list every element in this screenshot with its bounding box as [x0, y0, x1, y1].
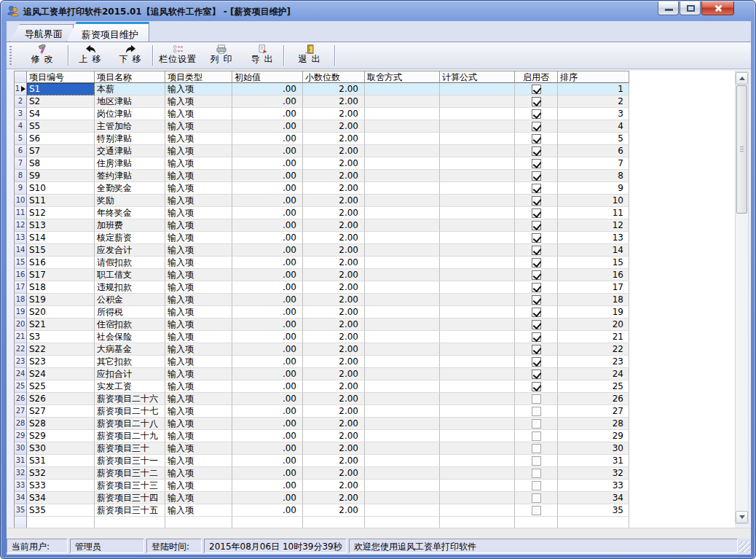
checkbox-unchecked[interactable]: [532, 506, 541, 515]
cell-code[interactable]: S7: [27, 145, 95, 157]
row-number[interactable]: 1: [14, 83, 27, 95]
cell-initial[interactable]: .00: [232, 455, 303, 467]
cell-initial[interactable]: .00: [232, 182, 303, 195]
cell-initial[interactable]: .00: [232, 232, 303, 244]
column-settings-button[interactable]: 栏位设置: [157, 44, 199, 68]
cell-code[interactable]: S9: [27, 170, 95, 182]
checkbox-unchecked[interactable]: [532, 431, 541, 441]
cell-decimals[interactable]: 2.00: [303, 356, 365, 368]
cell-rounding[interactable]: [365, 269, 440, 281]
enabled-cell[interactable]: [515, 133, 558, 145]
tab-navigation[interactable]: 导航界面: [9, 24, 74, 42]
checkbox-checked[interactable]: [532, 184, 541, 193]
checkbox-checked[interactable]: [532, 270, 541, 280]
cell-sort[interactable]: 13: [558, 232, 629, 244]
cell-type[interactable]: 输入项: [165, 257, 232, 269]
exit-button[interactable]: 退 出: [289, 44, 330, 68]
checkbox-checked[interactable]: [532, 258, 541, 267]
cell-decimals[interactable]: 2.00: [303, 294, 365, 306]
cell-decimals[interactable]: 2.00: [303, 182, 365, 195]
cell-type[interactable]: 输入项: [165, 467, 232, 480]
cell-rounding[interactable]: [365, 281, 440, 294]
row-number[interactable]: 4: [14, 120, 27, 133]
cell-decimals[interactable]: 2.00: [303, 207, 365, 219]
cell-rounding[interactable]: [365, 480, 440, 492]
enabled-cell[interactable]: [515, 430, 558, 442]
cell-name[interactable]: 地区津贴: [95, 95, 165, 108]
cell-name[interactable]: 大病基金: [95, 343, 165, 356]
cell-code[interactable]: S13: [27, 219, 95, 232]
cell-formula[interactable]: [440, 492, 515, 504]
enabled-cell[interactable]: [515, 318, 558, 331]
cell-formula[interactable]: [440, 133, 515, 145]
enabled-cell[interactable]: [515, 219, 558, 232]
cell-rounding[interactable]: [365, 343, 440, 356]
cell-decimals[interactable]: 2.00: [303, 232, 365, 244]
cell-decimals[interactable]: 2.00: [303, 108, 365, 120]
cell-initial[interactable]: .00: [232, 95, 303, 108]
cell-code[interactable]: S12: [27, 207, 95, 219]
cell-type[interactable]: 输入项: [165, 343, 232, 356]
cell-sort[interactable]: 20: [558, 318, 629, 331]
cell-decimals[interactable]: 2.00: [303, 504, 365, 517]
cell-type[interactable]: 输入项: [165, 207, 232, 219]
cell-formula[interactable]: [440, 318, 515, 331]
enabled-cell[interactable]: [515, 157, 558, 170]
enabled-cell[interactable]: [515, 120, 558, 133]
cell-sort[interactable]: 2: [558, 95, 629, 108]
checkbox-checked[interactable]: [532, 196, 541, 206]
enabled-cell[interactable]: [515, 480, 558, 492]
cell-name[interactable]: 实发工资: [95, 380, 165, 393]
cell-sort[interactable]: 9: [558, 182, 629, 195]
checkbox-checked[interactable]: [532, 382, 541, 391]
cell-sort[interactable]: 35: [558, 504, 629, 517]
cell-sort[interactable]: 31: [558, 455, 629, 467]
cell-formula[interactable]: [440, 83, 515, 95]
cell-sort[interactable]: 23: [558, 356, 629, 368]
cell-rounding[interactable]: [365, 455, 440, 467]
enabled-cell[interactable]: [515, 281, 558, 294]
cell-formula[interactable]: [440, 467, 515, 480]
cell-rounding[interactable]: [365, 133, 440, 145]
cell-decimals[interactable]: 2.00: [303, 83, 365, 95]
checkbox-checked[interactable]: [532, 171, 541, 181]
enabled-cell[interactable]: [515, 442, 558, 455]
checkbox-checked[interactable]: [532, 122, 541, 131]
cell-decimals[interactable]: 2.00: [303, 455, 365, 467]
row-number[interactable]: 9: [14, 182, 27, 195]
checkbox-checked[interactable]: [532, 159, 541, 168]
cell-name[interactable]: 签约津贴: [95, 170, 165, 182]
checkbox-unchecked[interactable]: [532, 419, 541, 429]
cell-type[interactable]: 输入项: [165, 442, 232, 455]
cell-type[interactable]: 输入项: [165, 108, 232, 120]
cell-code[interactable]: S30: [27, 442, 95, 455]
cell-initial[interactable]: .00: [232, 108, 303, 120]
cell-type[interactable]: 输入项: [165, 133, 232, 145]
checkbox-checked[interactable]: [532, 357, 541, 367]
cell-name[interactable]: 本薪: [95, 83, 165, 95]
cell-sort[interactable]: 29: [558, 430, 629, 442]
cell-initial[interactable]: .00: [232, 380, 303, 393]
cell-initial[interactable]: .00: [232, 504, 303, 517]
checkbox-checked[interactable]: [532, 233, 541, 243]
cell-rounding[interactable]: [365, 195, 440, 207]
cell-type[interactable]: 输入项: [165, 195, 232, 207]
cell-initial[interactable]: .00: [232, 418, 303, 430]
enabled-cell[interactable]: [515, 182, 558, 195]
cell-name[interactable]: 交通津贴: [95, 145, 165, 157]
row-number[interactable]: 3: [14, 108, 27, 120]
cell-initial[interactable]: .00: [232, 368, 303, 380]
cell-name[interactable]: 岗位津贴: [95, 108, 165, 120]
enabled-cell[interactable]: [515, 368, 558, 380]
close-button[interactable]: [701, 1, 734, 15]
row-number[interactable]: 14: [14, 244, 27, 257]
cell-rounding[interactable]: [365, 120, 440, 133]
toolbar-grip[interactable]: [9, 46, 12, 65]
cell-formula[interactable]: [440, 281, 515, 294]
cell-rounding[interactable]: [365, 219, 440, 232]
cell-decimals[interactable]: 2.00: [303, 467, 365, 480]
cell-code[interactable]: S19: [27, 294, 95, 306]
cell-formula[interactable]: [440, 157, 515, 170]
cell-sort[interactable]: 32: [558, 467, 629, 480]
cell-initial[interactable]: .00: [232, 269, 303, 281]
